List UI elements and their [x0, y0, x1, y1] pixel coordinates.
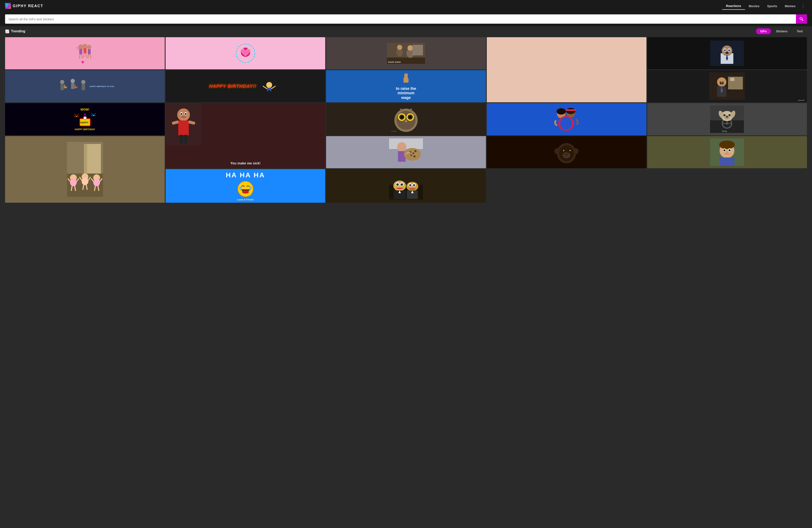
search-input[interactable] — [5, 17, 796, 21]
svg-rect-100 — [178, 120, 189, 135]
svg-point-51 — [71, 79, 75, 83]
gif-item-5[interactable] — [647, 37, 807, 69]
svg-line-195 — [729, 148, 731, 148]
gif-item-9[interactable]: peacock — [647, 70, 807, 102]
svg-line-85 — [76, 114, 79, 116]
app-title: GIPHY REACT — [13, 4, 43, 8]
gif-item-12[interactable]: world — [326, 103, 486, 135]
svg-point-117 — [401, 116, 403, 118]
nav-reactions[interactable]: Reactions — [722, 2, 745, 10]
svg-point-219 — [401, 183, 403, 186]
svg-point-187 — [563, 152, 570, 158]
nav-memes[interactable]: Memes — [781, 2, 799, 10]
nav-sports[interactable]: Sports — [763, 2, 781, 10]
svg-rect-210 — [248, 194, 250, 195]
svg-point-96 — [83, 116, 85, 117]
svg-rect-149 — [84, 144, 87, 174]
svg-point-200 — [724, 150, 725, 151]
svg-point-215 — [406, 182, 418, 191]
svg-point-99 — [177, 108, 190, 121]
search-button[interactable] — [796, 14, 807, 24]
svg-line-84 — [74, 114, 76, 116]
svg-point-188 — [565, 154, 566, 155]
svg-line-62 — [263, 86, 267, 89]
svg-point-181 — [554, 148, 560, 154]
svg-point-97 — [85, 116, 87, 117]
gif-item-16[interactable] — [326, 136, 486, 168]
gif-item-14[interactable]: Jeep — [647, 103, 807, 135]
svg-text:movie scene: movie scene — [388, 61, 401, 63]
filter-tabs: GIFs Stickers Text — [756, 28, 807, 34]
svg-rect-204 — [720, 158, 735, 166]
svg-point-193 — [719, 141, 735, 149]
svg-rect-1 — [8, 4, 9, 5]
svg-rect-52 — [71, 83, 74, 89]
svg-point-53 — [81, 80, 85, 84]
svg-line-88 — [91, 113, 93, 115]
tab-stickers[interactable]: Stickers — [772, 28, 792, 34]
gif-item-6[interactable]: HAPPY BIRTHDAY TO YOU — [5, 70, 165, 102]
more-menu-icon[interactable]: ⋮ — [799, 2, 807, 10]
svg-point-185 — [563, 150, 564, 151]
header: GIPHY REACT Reactions Movies Sports Meme… — [0, 0, 812, 12]
svg-rect-66 — [404, 77, 405, 80]
svg-line-13 — [79, 54, 80, 59]
gif-item-4[interactable] — [487, 37, 647, 102]
gif-item-18[interactable] — [647, 136, 807, 168]
svg-line-14 — [82, 54, 83, 59]
logo-icon — [5, 3, 11, 9]
svg-point-79 — [722, 82, 724, 84]
svg-point-186 — [569, 150, 571, 151]
gif-item-3[interactable]: movie scene — [326, 37, 486, 69]
svg-rect-2 — [8, 6, 9, 8]
svg-point-223 — [413, 184, 415, 186]
svg-rect-47 — [710, 41, 744, 66]
svg-line-203 — [725, 154, 729, 154]
search-bar — [5, 14, 807, 24]
svg-rect-50 — [60, 84, 64, 90]
main-nav: Reactions Movies Sports Memes ⋮ — [722, 2, 807, 10]
gif-item-7[interactable]: HAPPY BIRTHDAY!! — [165, 70, 325, 102]
svg-rect-68 — [407, 77, 408, 80]
svg-text:♥: ♥ — [81, 59, 84, 65]
svg-point-144 — [726, 116, 728, 118]
gif-item-15[interactable] — [5, 136, 165, 203]
svg-line-194 — [722, 148, 725, 148]
gif-item-13[interactable] — [487, 103, 647, 135]
gif-item-19[interactable]: HA HA HA Lucas & Friends — [165, 169, 325, 203]
svg-point-9 — [87, 45, 91, 49]
svg-point-207 — [242, 190, 249, 194]
svg-text:HAPPY: HAPPY — [81, 121, 89, 124]
gif-item-10[interactable]: WOW! HAPPY — [5, 103, 165, 135]
svg-point-155 — [93, 179, 100, 186]
gif-item-2[interactable] — [165, 37, 325, 69]
svg-line-15 — [84, 53, 84, 58]
svg-rect-4 — [9, 6, 10, 8]
tab-text[interactable]: Text — [793, 28, 807, 34]
svg-point-151 — [70, 179, 77, 186]
nav-movies[interactable]: Movies — [745, 2, 763, 10]
svg-point-176 — [410, 155, 412, 156]
svg-rect-58 — [75, 85, 76, 88]
svg-point-214 — [393, 180, 406, 191]
logo-area: GIPHY REACT — [5, 3, 43, 9]
trend-icon: 📈 — [5, 29, 9, 33]
watermark: peacock — [797, 99, 806, 101]
svg-line-6 — [802, 20, 803, 21]
svg-point-106 — [185, 113, 187, 115]
search-container — [0, 12, 812, 26]
svg-point-182 — [574, 148, 579, 154]
svg-point-222 — [409, 184, 411, 186]
gif-item-11[interactable]: You make me sick! — [165, 103, 325, 168]
gif-item-8[interactable]: to raise theminimumwage — [326, 70, 486, 102]
gif-item-17[interactable] — [487, 136, 647, 168]
svg-point-33 — [397, 45, 402, 50]
gif-grid: ♥ — [0, 36, 812, 208]
tab-gifs[interactable]: GIFs — [756, 28, 771, 34]
trending-label-text: Trending — [11, 29, 25, 33]
gif-item-1[interactable]: ♥ — [5, 37, 165, 69]
svg-point-175 — [415, 150, 417, 152]
svg-point-141 — [723, 114, 726, 116]
gif-item-20[interactable] — [326, 169, 486, 203]
svg-rect-108 — [180, 135, 183, 143]
